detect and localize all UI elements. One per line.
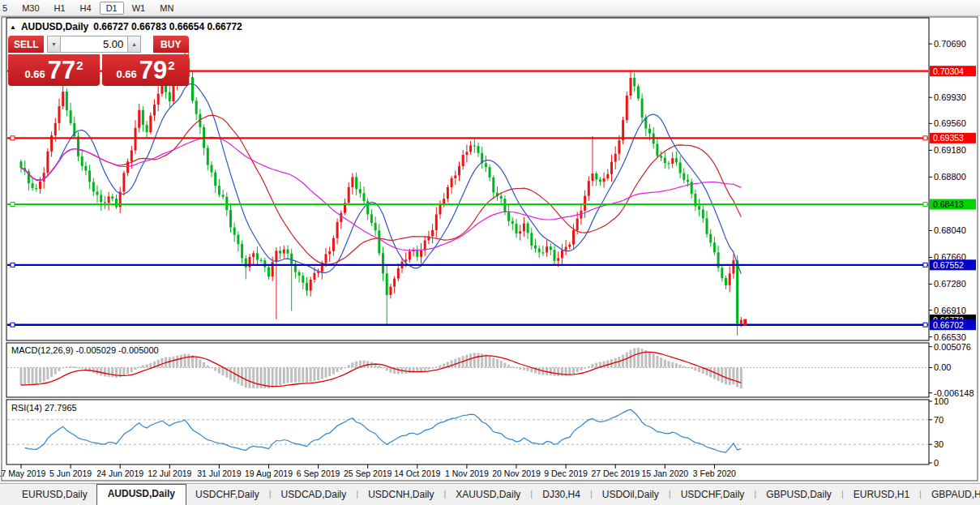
svg-text:0.69930: 0.69930 bbox=[934, 92, 966, 102]
svg-text:0.70304: 0.70304 bbox=[933, 66, 964, 76]
chart-tab-audusd-daily[interactable]: AUDUSD,Daily bbox=[96, 484, 186, 505]
svg-text:25 Sep 2019: 25 Sep 2019 bbox=[344, 469, 392, 478]
buy-price-big: 79 bbox=[139, 58, 167, 83]
chart-tab-bar: EURUSD,DailyAUDUSD,DailyUSDCHF,Daily|USD… bbox=[0, 483, 980, 505]
terminal-window: 5M30H1H4D1W1MN 0.706900.699300.695600.69… bbox=[0, 0, 980, 505]
buy-price-prefix: 0.66 bbox=[116, 68, 136, 80]
timeframe-button-m30[interactable]: M30 bbox=[15, 2, 45, 15]
chart-tab-usdchf-daily[interactable]: USDCHF,Daily bbox=[672, 486, 754, 505]
svg-text:70: 70 bbox=[934, 415, 944, 425]
svg-text:0.70690: 0.70690 bbox=[934, 39, 966, 49]
last-price-marker bbox=[743, 319, 747, 326]
sell-price-pip: 2 bbox=[76, 58, 83, 72]
chart-tab-usdchf-daily[interactable]: USDCHF,Daily bbox=[186, 486, 268, 505]
svg-text:0.66702: 0.66702 bbox=[933, 320, 964, 330]
buy-button[interactable]: BUY bbox=[153, 36, 189, 53]
volume-increase-button[interactable]: ▲ bbox=[127, 36, 140, 53]
chart-symbol-label: AUDUSD,Daily bbox=[21, 21, 88, 32]
svg-text:14 Oct 2019: 14 Oct 2019 bbox=[394, 469, 440, 478]
timeframe-button-h4[interactable]: H4 bbox=[74, 2, 98, 15]
svg-text:0.68040: 0.68040 bbox=[934, 225, 966, 235]
chart-tab-dj30-h4[interactable]: DJ30,H4 bbox=[533, 486, 589, 505]
timeframe-button-5[interactable]: 5 bbox=[1, 2, 14, 15]
buy-price-pip: 2 bbox=[168, 58, 174, 72]
svg-text:27 Dec 2019: 27 Dec 2019 bbox=[591, 469, 640, 478]
svg-text:0.69180: 0.69180 bbox=[934, 145, 966, 155]
svg-text:0.66910: 0.66910 bbox=[934, 306, 966, 315]
svg-text:3 Feb 2020: 3 Feb 2020 bbox=[693, 469, 736, 478]
sell-price-big: 77 bbox=[48, 58, 75, 83]
collapse-chart-icon[interactable]: ▲ bbox=[10, 24, 16, 31]
timeframe-button-w1[interactable]: W1 bbox=[126, 2, 152, 15]
sell-button[interactable]: SELL bbox=[8, 36, 44, 53]
timeframe-button-h1[interactable]: H1 bbox=[48, 2, 72, 15]
chart-tab-eurusd-h1[interactable]: EURUSD,H1 bbox=[845, 486, 918, 505]
svg-text:9 Dec 2019: 9 Dec 2019 bbox=[544, 469, 588, 478]
chart-title: ▲ AUDUSD,Daily 0.66727 0.66783 0.66654 0… bbox=[10, 21, 242, 32]
svg-text:17 May 2019: 17 May 2019 bbox=[0, 469, 46, 478]
chart-tab-gbpaud-h1[interactable]: GBPAUD,H1 bbox=[922, 486, 980, 505]
macd-axis[interactable]: 0.0050760.00-0.006148 bbox=[929, 342, 974, 398]
svg-text:30: 30 bbox=[934, 439, 944, 449]
svg-text:20 Nov 2019: 20 Nov 2019 bbox=[492, 469, 541, 478]
svg-text:0.67280: 0.67280 bbox=[934, 279, 966, 289]
svg-text:12 Jul 2019: 12 Jul 2019 bbox=[148, 469, 191, 478]
one-click-trade-panel: SELL ▼ 5.00 ▲ BUY 0.66 77 2 0.66 79 2 bbox=[8, 36, 189, 86]
rsi-indicator-label: RSI(14) 27.7965 bbox=[11, 403, 77, 413]
chart-tab-xauusd-daily[interactable]: XAUUSD,Daily bbox=[447, 486, 529, 505]
sell-price-prefix: 0.66 bbox=[24, 68, 45, 80]
svg-text:0.66530: 0.66530 bbox=[934, 332, 966, 342]
svg-text:100: 100 bbox=[934, 396, 948, 406]
date-axis[interactable]: 17 May 20195 Jun 201924 Jun 201912 Jul 2… bbox=[0, 464, 736, 478]
svg-text:0: 0 bbox=[934, 458, 939, 468]
rsi-axis[interactable]: 10070300 bbox=[929, 396, 948, 468]
volume-input[interactable]: 5.00 bbox=[61, 36, 128, 53]
svg-text:31 Jul 2019: 31 Jul 2019 bbox=[197, 469, 241, 478]
chart-tab-usdcad-daily[interactable]: USDCAD,Daily bbox=[272, 486, 356, 505]
timeframe-button-d1[interactable]: D1 bbox=[100, 2, 124, 15]
svg-text:0.00: 0.00 bbox=[934, 362, 951, 372]
chart-window: 0.706900.699300.695600.691800.688000.680… bbox=[0, 16, 980, 482]
chart-tab-usdoil-daily[interactable]: USDOil,Daily bbox=[593, 486, 668, 505]
svg-text:15 Jan 2020: 15 Jan 2020 bbox=[641, 469, 688, 478]
volume-decrease-button[interactable]: ▼ bbox=[47, 36, 60, 53]
macd-indicator-label: MACD(12,26,9) -0.005029 -0.005000 bbox=[11, 345, 159, 355]
svg-text:19 Aug 2019: 19 Aug 2019 bbox=[245, 469, 293, 478]
chart-ohlc-values: 0.66727 0.66783 0.66654 0.66772 bbox=[93, 21, 242, 32]
svg-text:6 Sep 2019: 6 Sep 2019 bbox=[297, 469, 340, 478]
chart-tab-eurusd-daily[interactable]: EURUSD,Daily bbox=[13, 486, 96, 505]
chart-surface[interactable]: 0.706900.699300.695600.691800.688000.680… bbox=[0, 16, 980, 482]
timeframe-toolbar: 5M30H1H4D1W1MN bbox=[0, 0, 980, 16]
svg-text:24 Jun 2019: 24 Jun 2019 bbox=[96, 469, 143, 478]
svg-text:0.69353: 0.69353 bbox=[933, 133, 964, 143]
svg-text:0.69560: 0.69560 bbox=[934, 118, 966, 128]
timeframe-button-mn[interactable]: MN bbox=[153, 2, 180, 15]
svg-text:5 Jun 2019: 5 Jun 2019 bbox=[49, 469, 92, 478]
chart-tab-gbpusd-daily[interactable]: GBPUSD,Daily bbox=[757, 486, 841, 505]
sell-price-box[interactable]: 0.66 77 2 bbox=[8, 54, 100, 86]
svg-text:0.68413: 0.68413 bbox=[933, 199, 964, 209]
svg-text:0.67552: 0.67552 bbox=[933, 260, 964, 270]
buy-price-box[interactable]: 0.66 79 2 bbox=[102, 54, 189, 86]
chart-tab-usdcnh-daily[interactable]: USDCNH,Daily bbox=[359, 486, 443, 505]
price-axis[interactable]: 0.706900.699300.695600.691800.688000.680… bbox=[929, 39, 976, 342]
svg-text:0.68800: 0.68800 bbox=[934, 172, 966, 182]
pane-border bbox=[6, 400, 929, 464]
svg-text:0.005076: 0.005076 bbox=[934, 342, 971, 352]
svg-text:1 Nov 2019: 1 Nov 2019 bbox=[445, 469, 489, 478]
